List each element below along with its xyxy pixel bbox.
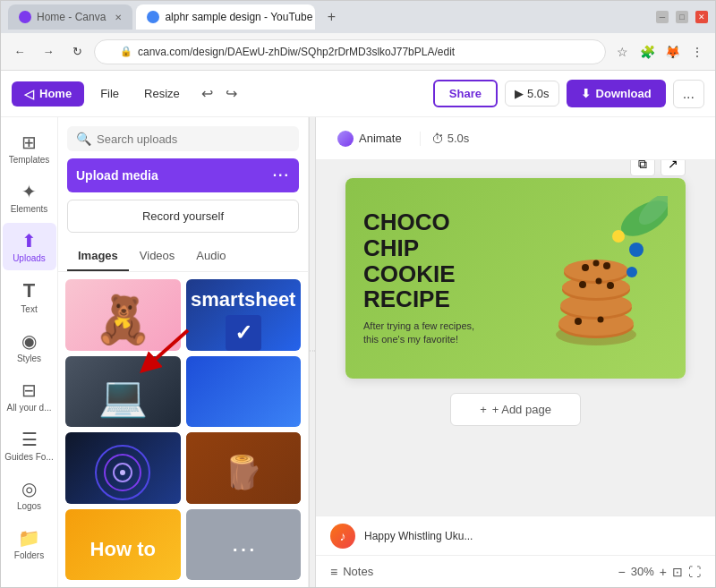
close-button[interactable]: ✕	[695, 11, 708, 23]
profile-button[interactable]: 🦊	[661, 41, 683, 63]
canvas-card-actions: ⧉ ↗	[630, 160, 686, 176]
tab-audio[interactable]: Audio	[185, 242, 236, 271]
tab-label-canva: Home - Canva	[37, 11, 106, 23]
notes-label: Notes	[343, 565, 373, 578]
reload-button[interactable]: ↻	[65, 40, 89, 64]
sidebar-item-elements[interactable]: ✦ Elements	[3, 174, 56, 221]
time-indicator: ⏱ 5.0s	[420, 132, 470, 146]
svg-point-21	[596, 278, 602, 285]
tab-images[interactable]: Images	[67, 242, 129, 271]
svg-point-23	[575, 318, 582, 325]
sidebar-item-all[interactable]: ⊟ All your d...	[3, 372, 56, 420]
redo-button[interactable]: ↪	[220, 81, 243, 106]
window-controls: ─ □ ✕	[656, 11, 708, 23]
music-text: Happy Whistling Uku...	[364, 530, 701, 542]
svg-point-26	[612, 230, 625, 243]
record-yourself-button[interactable]: Record yourself	[67, 200, 299, 233]
minimize-button[interactable]: ─	[656, 11, 669, 23]
tab-bar: Home - Canva ✕ alphr sample design - You…	[8, 4, 652, 30]
notes-button[interactable]: ≡ Notes	[330, 565, 373, 579]
upload-media-button[interactable]: Upload media ···	[67, 158, 299, 192]
arrow-overlay	[139, 326, 192, 383]
new-tab-button[interactable]: +	[319, 4, 344, 30]
music-icon: ♪	[340, 529, 346, 543]
clock-icon: ⏱	[431, 132, 444, 146]
star-button[interactable]: ☆	[611, 41, 633, 63]
tab-canva-home[interactable]: Home - Canva ✕	[8, 4, 132, 30]
all-icon: ⊟	[21, 379, 37, 401]
styles-icon: ◉	[21, 330, 37, 352]
media-tabs: Images Videos Audio	[58, 242, 308, 272]
copy-button[interactable]: ⧉	[630, 160, 655, 176]
svg-point-18	[593, 260, 600, 267]
time-value: 5.0s	[448, 132, 470, 145]
uploads-icon: ⬆	[21, 230, 37, 251]
file-button[interactable]: File	[91, 81, 128, 106]
svg-point-22	[607, 282, 614, 289]
thumbnail-dark[interactable]	[65, 432, 181, 504]
add-page-button[interactable]: + + Add page	[450, 393, 581, 426]
thumbnail-sand[interactable]: 🪵	[186, 432, 302, 504]
sidebar: ⊞ Templates ✦ Elements ⬆ Uploads T Text …	[1, 117, 58, 587]
sidebar-item-templates[interactable]: ⊞ Templates	[3, 124, 56, 172]
more-options-button[interactable]: ...	[673, 80, 704, 108]
menu-button[interactable]: ⋮	[686, 41, 708, 63]
search-icon: 🔍	[76, 132, 91, 146]
maximize-button[interactable]: □	[676, 11, 688, 23]
resize-handle[interactable]: ⋮	[309, 117, 316, 587]
address-input[interactable]: 🔒 canva.com/design/DAEwU-zhDiw/SQhp2rDrM…	[94, 39, 606, 64]
download-button[interactable]: ⬇ Download	[567, 80, 666, 107]
search-box[interactable]: 🔍	[67, 126, 299, 151]
sidebar-item-uploads[interactable]: ⬆ Uploads	[3, 223, 56, 270]
play-button[interactable]: ▶ 5.0s	[505, 81, 559, 107]
home-icon: ◁	[24, 87, 34, 101]
undo-button[interactable]: ↩	[196, 81, 218, 106]
thumbnail-more[interactable]: ⋯	[186, 509, 302, 581]
design-text: CHOCO CHIP COOKIE RECIPE After trying a …	[363, 209, 507, 346]
canva-appbar: ◁ Home File Resize ↩ ↪ Share ▶ 5.0s ⬇ Do…	[1, 71, 715, 117]
canva-icon	[19, 11, 31, 23]
back-button[interactable]: ←	[8, 40, 31, 64]
image-grid: 🧸 smartsheet ✓ 💻	[58, 272, 308, 587]
animate-button[interactable]: Animate	[330, 127, 409, 150]
smartsheet-text: smartsheet	[191, 288, 295, 311]
canvas-design: CHOCO CHIP COOKIE RECIPE After trying a …	[345, 178, 686, 379]
sidebar-item-text[interactable]: T Text	[3, 272, 56, 321]
fit-screen-button[interactable]: ⊡	[672, 565, 683, 579]
undo-redo: ↩ ↪	[196, 81, 243, 106]
sidebar-item-guides[interactable]: ☰ Guides Fo...	[3, 422, 56, 469]
share-button[interactable]: Share	[433, 80, 498, 107]
upload-media-dots: ···	[273, 167, 290, 183]
sidebar-item-folders[interactable]: 📁 Folders	[3, 520, 56, 567]
alphr-icon	[147, 11, 159, 23]
sidebar-item-styles[interactable]: ◉ Styles	[3, 323, 56, 371]
zoom-in-button[interactable]: +	[660, 565, 667, 579]
design-title: CHOCO CHIP COOKIE RECIPE	[363, 209, 507, 311]
close-icon[interactable]: ✕	[115, 13, 122, 22]
search-input[interactable]	[97, 132, 290, 146]
tab-videos[interactable]: Videos	[129, 242, 186, 271]
extensions-button[interactable]: 🧩	[636, 41, 658, 63]
thumbnail-apple[interactable]	[186, 356, 302, 428]
zoom-out-button[interactable]: −	[618, 565, 626, 579]
canvas-content[interactable]: ⧉ ↗ CHOCO CHIP COOKIE RECIPE After tryin…	[316, 160, 715, 516]
music-avatar: ♪	[330, 524, 355, 549]
resize-button[interactable]: Resize	[135, 81, 189, 106]
svg-point-25	[629, 243, 644, 257]
app-content: ⊞ Templates ✦ Elements ⬆ Uploads T Text …	[1, 117, 715, 587]
thumbnail-smartsheet[interactable]: smartsheet ✓	[186, 279, 302, 351]
address-bar: ← → ↻ 🔒 canva.com/design/DAEwU-zhDiw/SQh…	[1, 33, 715, 71]
zoom-value: 30%	[631, 565, 654, 578]
bottom-bar: ≡ Notes − 30% + ⊡ ⛶	[316, 555, 715, 587]
add-page-icon: +	[480, 403, 487, 416]
more-icon: ⋯	[231, 534, 256, 564]
export-button[interactable]: ↗	[661, 160, 686, 176]
home-label: Home	[39, 87, 72, 100]
tab-alphr[interactable]: alphr sample design - YouTube T... ✕	[136, 4, 315, 30]
templates-icon: ⊞	[21, 132, 37, 153]
thumbnail-howto[interactable]: How to	[65, 509, 181, 581]
fullscreen-button[interactable]: ⛶	[688, 565, 701, 579]
sidebar-item-logos[interactable]: ◎ Logos	[3, 471, 56, 518]
home-button[interactable]: ◁ Home	[12, 81, 84, 107]
forward-button[interactable]: →	[37, 40, 60, 64]
